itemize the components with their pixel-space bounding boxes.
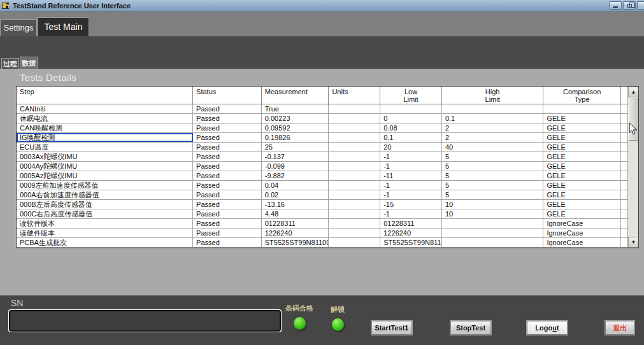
column-header-status[interactable]: Status	[193, 87, 262, 104]
stop-test-button[interactable]: StopTest	[450, 321, 491, 335]
cell-units	[329, 152, 380, 161]
table-row[interactable]: 0005Az陀螺仪IMUPassed-9.882-115GELE	[17, 171, 627, 181]
close-icon[interactable]	[637, 1, 644, 10]
column-header-low-limit[interactable]: Low Limit	[380, 87, 442, 104]
cell-comparison: GELE	[543, 152, 621, 161]
footer-panel: SN 条码合格 解锁 StartTest1 StopTest Logout 退出	[0, 295, 644, 345]
cell-comparison: GELE	[543, 114, 621, 123]
scroll-up-icon[interactable]: ▲	[628, 87, 639, 97]
cell-comparison: GELE	[543, 181, 621, 190]
logout-button[interactable]: Logout	[527, 321, 568, 335]
cell-high: 2	[442, 133, 543, 142]
cell-filler	[621, 114, 627, 123]
cell-high: 5	[442, 162, 543, 171]
cell-filler	[621, 190, 627, 199]
cell-low: 20	[380, 143, 442, 151]
table-row[interactable]: CAN唤醒检测Passed0.095920.082GELE	[17, 123, 627, 133]
column-header-units[interactable]: Units	[329, 87, 380, 104]
cell-units	[329, 238, 380, 247]
table-row[interactable]: PCBA生成批次PassedST5525ST99N81100000ST5525S…	[17, 238, 627, 248]
tab-strip: Settings Test Main	[0, 11, 644, 36]
cell-units	[329, 133, 380, 142]
cell-high: 10	[442, 200, 543, 209]
cell-comparison: GELE	[543, 123, 621, 132]
scroll-down-icon[interactable]: ▼	[628, 237, 639, 248]
cell-units	[329, 190, 380, 199]
cell-status: Passed	[193, 238, 262, 247]
cell-filler	[621, 219, 627, 228]
table-row[interactable]: IG唤醒检测Passed0.198260.12GELE	[17, 133, 627, 143]
cell-status: Passed	[193, 143, 262, 151]
cell-comparison: IgnoreCase	[543, 219, 621, 228]
cell-status: Passed	[193, 114, 262, 123]
cell-step: 000A右前加速度传感器值	[17, 190, 193, 199]
table-row[interactable]: 000A右前加速度传感器值Passed0.02-15GELE	[17, 190, 627, 200]
column-header-measurement[interactable]: Measurement	[262, 87, 329, 104]
table-row[interactable]: 休眠电流Passed0.0022300.1GELE	[17, 114, 627, 123]
barcode-ok-indicator: 条码合格	[280, 304, 318, 330]
cell-measurement: True	[262, 104, 329, 113]
table-row[interactable]: 000B左后高度传感器值Passed-13.16-1510GELE	[17, 200, 627, 209]
table-row[interactable]: 0003Ax陀螺仪IMUPassed-0.137-15GELE	[17, 152, 627, 162]
cell-high: 5	[442, 181, 543, 190]
tab-settings[interactable]: Settings	[0, 19, 37, 36]
column-header-comparison-type[interactable]: Comparison Type	[543, 87, 621, 104]
cell-status: Passed	[193, 200, 262, 209]
barcode-ok-led-icon	[294, 317, 306, 330]
subtab-process[interactable]: 过程	[1, 58, 19, 69]
cell-units	[329, 104, 380, 113]
cell-comparison: GELE	[543, 200, 621, 209]
cell-filler	[621, 152, 627, 161]
cell-units	[329, 171, 380, 180]
tab-test-main[interactable]: Test Main	[38, 17, 89, 36]
table-row[interactable]: 0009左前加速度传感器值Passed0.04-15GELE	[17, 181, 627, 190]
cell-status: Passed	[193, 171, 262, 180]
cell-high: 5	[442, 171, 543, 180]
scrollbar-thumb[interactable]	[628, 97, 639, 141]
table-row[interactable]: ECU温度Passed252040GELE	[17, 143, 627, 152]
subtab-data[interactable]: 数据	[20, 57, 38, 69]
cell-low: -1	[380, 162, 442, 171]
window-title: TestStand Reference User Interface	[13, 0, 131, 11]
cell-high	[442, 238, 543, 247]
cell-step: 000B左后高度传感器值	[17, 200, 193, 209]
cell-status: Passed	[193, 133, 262, 142]
cell-high: 10	[442, 209, 543, 218]
cell-step: 读硬件版本	[17, 229, 193, 237]
cell-step: IG唤醒检测	[17, 133, 193, 142]
column-header-high-limit[interactable]: High Limit	[442, 87, 543, 104]
minimize-icon[interactable]	[609, 1, 622, 10]
table-row[interactable]: 0004Ay陀螺仪IMUPassed-0.099-15GELE	[17, 162, 627, 171]
cell-comparison	[543, 104, 621, 113]
cell-step: PCBA生成批次	[17, 238, 193, 247]
vertical-scrollbar[interactable]: ▲ ▼	[627, 87, 638, 248]
cell-low: -15	[380, 200, 442, 209]
cell-low: -11	[380, 171, 442, 180]
cell-low: 0.1	[380, 133, 442, 142]
cell-comparison: GELE	[543, 162, 621, 171]
unlock-label: 解锁	[318, 305, 357, 314]
cell-status: Passed	[193, 229, 262, 237]
cell-low: 01228311	[380, 219, 442, 228]
barcode-ok-label: 条码合格	[280, 304, 318, 313]
cell-step: ECU温度	[17, 143, 193, 151]
cell-filler	[621, 143, 627, 151]
cell-comparison: GELE	[543, 143, 621, 151]
tests-details-table: Step Status Measurement Units Low Limit …	[16, 86, 639, 248]
table-row[interactable]: 读硬件版本Passed12262401226240IgnoreCase	[17, 229, 627, 238]
table-row[interactable]: 读软件版本Passed0122831101228311IgnoreCase	[17, 219, 627, 229]
cell-step: 0005Az陀螺仪IMU	[17, 171, 193, 180]
start-test-button[interactable]: StartTest1	[371, 321, 412, 335]
sn-input[interactable]	[9, 310, 281, 332]
cell-measurement: 0.04	[262, 181, 329, 190]
cell-low: 0	[380, 114, 442, 123]
cell-measurement: 01228311	[262, 219, 329, 228]
table-row[interactable]: 000C右后高度传感器值Passed4.48-110GELE	[17, 209, 627, 219]
restore-icon[interactable]	[623, 1, 636, 10]
exit-button[interactable]: 退出	[605, 321, 634, 335]
table-row[interactable]: CANInitiPassedTrue	[17, 104, 627, 114]
column-header-step[interactable]: Step	[17, 87, 193, 104]
cell-status: Passed	[193, 104, 262, 113]
column-header-filler	[621, 87, 627, 104]
cell-units	[329, 162, 380, 171]
